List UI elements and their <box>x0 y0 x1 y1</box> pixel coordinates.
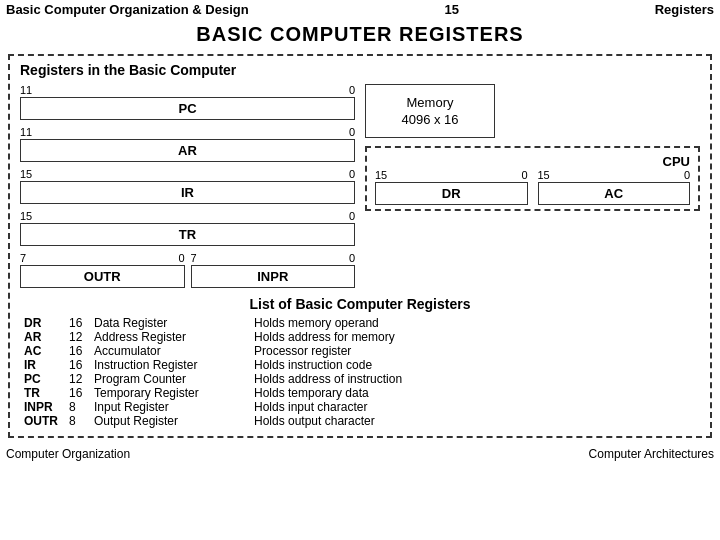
right-registers: Memory 4096 x 16 CPU 15 0 DR <box>365 84 700 288</box>
ar-row: 11 0 AR <box>20 126 355 162</box>
dr-box: DR <box>375 182 528 205</box>
reg-bits-cell: 16 <box>65 316 90 330</box>
top-bar: Basic Computer Organization & Design 15 … <box>0 0 720 19</box>
outr-item: 7 0 OUTR <box>20 252 185 288</box>
left-registers: 11 0 PC 11 0 AR 15 <box>20 84 355 288</box>
top-center-label: 15 <box>444 2 458 17</box>
pc-high-bit: 11 <box>20 84 32 96</box>
outer-dashed-border: Registers in the Basic Computer 11 0 PC … <box>8 54 712 438</box>
ir-low-bit: 0 <box>349 168 355 180</box>
memory-line2: 4096 x 16 <box>386 112 474 127</box>
memory-line1: Memory <box>386 95 474 110</box>
reg-desc-cell: Data Register <box>90 316 250 330</box>
table-row: TR 16 Temporary Register Holds temporary… <box>20 386 700 400</box>
ar-label: AR <box>178 143 197 158</box>
table-row: DR 16 Data Register Holds memory operand <box>20 316 700 330</box>
reg-func-cell: Holds instruction code <box>250 358 700 372</box>
registers-table: DR 16 Data Register Holds memory operand… <box>20 316 700 428</box>
tr-high-bit: 15 <box>20 210 32 222</box>
reg-bits-cell: 8 <box>65 414 90 428</box>
inpr-label: INPR <box>257 269 288 284</box>
outr-high-bit: 7 <box>20 252 26 264</box>
dr-label: DR <box>442 186 461 201</box>
bottom-bar: Computer Organization Computer Architect… <box>0 444 720 464</box>
dr-ac-row: 15 0 DR 15 0 AC <box>375 169 690 205</box>
ac-label: AC <box>604 186 623 201</box>
reg-func-cell: Holds temporary data <box>250 386 700 400</box>
table-row: PC 12 Program Counter Holds address of i… <box>20 372 700 386</box>
reg-name-cell: AR <box>20 330 65 344</box>
cpu-label: CPU <box>375 154 690 169</box>
outr-box: OUTR <box>20 265 185 288</box>
tr-label: TR <box>179 227 196 242</box>
pc-label: PC <box>178 101 196 116</box>
outr-label: OUTR <box>84 269 121 284</box>
reg-name-cell: IR <box>20 358 65 372</box>
table-row: AC 16 Accumulator Processor register <box>20 344 700 358</box>
ir-label: IR <box>181 185 194 200</box>
outr-inpr-row: 7 0 OUTR 7 0 INPR <box>20 252 355 288</box>
inpr-item: 7 0 INPR <box>191 252 356 288</box>
top-right-label: Registers <box>655 2 714 17</box>
reg-bits-cell: 8 <box>65 400 90 414</box>
reg-func-cell: Holds output character <box>250 414 700 428</box>
table-row: INPR 8 Input Register Holds input charac… <box>20 400 700 414</box>
reg-func-cell: Holds address for memory <box>250 330 700 344</box>
reg-bits-cell: 12 <box>65 372 90 386</box>
dr-low-bit: 0 <box>521 169 527 181</box>
reg-desc-cell: Accumulator <box>90 344 250 358</box>
ir-row: 15 0 IR <box>20 168 355 204</box>
reg-func-cell: Holds input character <box>250 400 700 414</box>
memory-box: Memory 4096 x 16 <box>365 84 495 138</box>
main-title: BASIC COMPUTER REGISTERS <box>0 19 720 50</box>
tr-low-bit: 0 <box>349 210 355 222</box>
reg-bits-cell: 12 <box>65 330 90 344</box>
reg-name-cell: PC <box>20 372 65 386</box>
bottom-right-label: Computer Architectures <box>589 447 714 461</box>
reg-name-cell: DR <box>20 316 65 330</box>
ac-item: 15 0 AC <box>538 169 691 205</box>
bottom-left-label: Computer Organization <box>6 447 130 461</box>
dr-item: 15 0 DR <box>375 169 528 205</box>
dr-high-bit: 15 <box>375 169 387 181</box>
reg-name-cell: TR <box>20 386 65 400</box>
reg-func-cell: Holds memory operand <box>250 316 700 330</box>
reg-desc-cell: Input Register <box>90 400 250 414</box>
cpu-dashed-border: CPU 15 0 DR 15 <box>365 146 700 211</box>
ir-high-bit: 15 <box>20 168 32 180</box>
table-row: OUTR 8 Output Register Holds output char… <box>20 414 700 428</box>
ar-box: AR <box>20 139 355 162</box>
tr-row: 15 0 TR <box>20 210 355 246</box>
reg-func-cell: Holds address of instruction <box>250 372 700 386</box>
inpr-high-bit: 7 <box>191 252 197 264</box>
reg-desc-cell: Instruction Register <box>90 358 250 372</box>
section-title: Registers in the Basic Computer <box>20 62 700 78</box>
reg-name-cell: INPR <box>20 400 65 414</box>
reg-desc-cell: Temporary Register <box>90 386 250 400</box>
list-title: List of Basic Computer Registers <box>20 296 700 312</box>
inpr-low-bit: 0 <box>349 252 355 264</box>
top-left-label: Basic Computer Organization & Design <box>6 2 249 17</box>
reg-bits-cell: 16 <box>65 386 90 400</box>
tr-box: TR <box>20 223 355 246</box>
pc-row: 11 0 PC <box>20 84 355 120</box>
outr-low-bit: 0 <box>178 252 184 264</box>
pc-low-bit: 0 <box>349 84 355 96</box>
ac-high-bit: 15 <box>538 169 550 181</box>
ar-high-bit: 11 <box>20 126 32 138</box>
pc-box: PC <box>20 97 355 120</box>
inpr-box: INPR <box>191 265 356 288</box>
ar-low-bit: 0 <box>349 126 355 138</box>
reg-desc-cell: Address Register <box>90 330 250 344</box>
ac-low-bit: 0 <box>684 169 690 181</box>
reg-func-cell: Processor register <box>250 344 700 358</box>
ac-box: AC <box>538 182 691 205</box>
reg-bits-cell: 16 <box>65 358 90 372</box>
ir-box: IR <box>20 181 355 204</box>
reg-name-cell: AC <box>20 344 65 358</box>
table-row: AR 12 Address Register Holds address for… <box>20 330 700 344</box>
reg-desc-cell: Program Counter <box>90 372 250 386</box>
reg-name-cell: OUTR <box>20 414 65 428</box>
table-row: IR 16 Instruction Register Holds instruc… <box>20 358 700 372</box>
reg-desc-cell: Output Register <box>90 414 250 428</box>
